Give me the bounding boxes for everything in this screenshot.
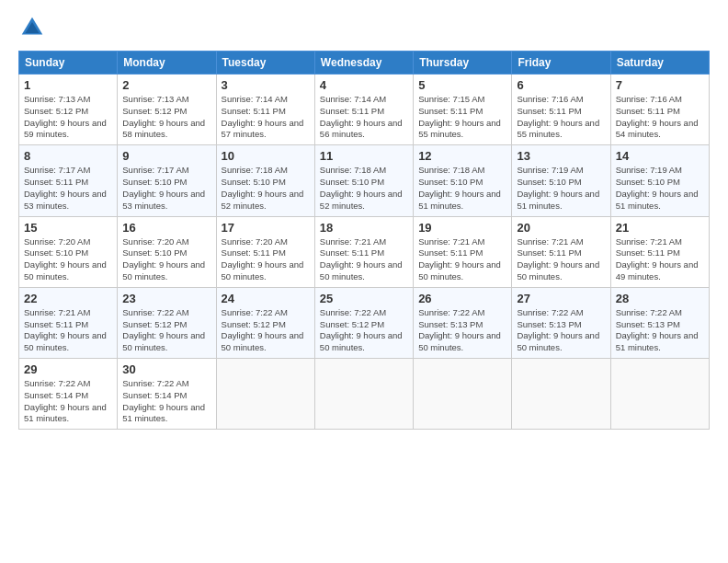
day-info: Sunrise: 7:18 AMSunset: 5:10 PMDaylight:…: [320, 165, 408, 212]
calendar-day-cell: 30Sunrise: 7:22 AMSunset: 5:14 PMDayligh…: [118, 359, 216, 430]
calendar-day-cell: 11Sunrise: 7:18 AMSunset: 5:10 PMDayligh…: [314, 145, 413, 216]
day-info: Sunrise: 7:20 AMSunset: 5:11 PMDaylight:…: [222, 236, 310, 283]
calendar-week-row: 8Sunrise: 7:17 AMSunset: 5:11 PMDaylight…: [19, 145, 710, 216]
calendar-day-cell: 20Sunrise: 7:21 AMSunset: 5:11 PMDayligh…: [512, 216, 610, 287]
page: SundayMondayTuesdayWednesdayThursdayFrid…: [0, 0, 728, 563]
day-number: 20: [517, 221, 605, 235]
calendar-week-row: 15Sunrise: 7:20 AMSunset: 5:10 PMDayligh…: [19, 216, 710, 287]
header: [18, 14, 710, 41]
calendar-day-cell: [414, 359, 512, 430]
calendar-day-cell: 25Sunrise: 7:22 AMSunset: 5:12 PMDayligh…: [314, 287, 413, 358]
calendar-day-cell: 18Sunrise: 7:21 AMSunset: 5:11 PMDayligh…: [314, 216, 413, 287]
day-number: 28: [616, 292, 704, 305]
day-number: 13: [517, 149, 605, 163]
logo: [18, 14, 50, 41]
day-info: Sunrise: 7:18 AMSunset: 5:10 PMDaylight:…: [418, 165, 506, 212]
day-number: 9: [122, 149, 210, 163]
day-info: Sunrise: 7:20 AMSunset: 5:10 PMDaylight:…: [24, 236, 112, 283]
calendar-day-cell: 26Sunrise: 7:22 AMSunset: 5:13 PMDayligh…: [414, 287, 512, 358]
day-info: Sunrise: 7:13 AMSunset: 5:12 PMDaylight:…: [122, 94, 210, 141]
day-number: 11: [320, 149, 408, 163]
day-info: Sunrise: 7:17 AMSunset: 5:10 PMDaylight:…: [122, 165, 210, 212]
day-number: 26: [418, 292, 506, 305]
day-info: Sunrise: 7:13 AMSunset: 5:12 PMDaylight:…: [24, 94, 112, 141]
calendar-day-cell: 19Sunrise: 7:21 AMSunset: 5:11 PMDayligh…: [414, 216, 512, 287]
day-number: 7: [616, 78, 704, 92]
calendar-day-cell: 9Sunrise: 7:17 AMSunset: 5:10 PMDaylight…: [118, 145, 216, 216]
day-info: Sunrise: 7:21 AMSunset: 5:11 PMDaylight:…: [418, 236, 506, 283]
calendar-week-row: 29Sunrise: 7:22 AMSunset: 5:14 PMDayligh…: [19, 359, 710, 430]
day-number: 2: [122, 78, 210, 92]
calendar-day-cell: 3Sunrise: 7:14 AMSunset: 5:11 PMDaylight…: [216, 75, 314, 145]
calendar-day-cell: [512, 359, 610, 430]
day-number: 5: [418, 78, 506, 92]
calendar-day-cell: 28Sunrise: 7:22 AMSunset: 5:13 PMDayligh…: [610, 287, 709, 358]
day-number: 10: [222, 149, 310, 163]
day-info: Sunrise: 7:18 AMSunset: 5:10 PMDaylight:…: [222, 165, 310, 212]
day-info: Sunrise: 7:22 AMSunset: 5:14 PMDaylight:…: [24, 378, 112, 425]
day-info: Sunrise: 7:22 AMSunset: 5:12 PMDaylight:…: [222, 307, 310, 354]
day-number: 27: [517, 292, 605, 305]
day-info: Sunrise: 7:22 AMSunset: 5:13 PMDaylight:…: [616, 307, 704, 354]
calendar-day-cell: 21Sunrise: 7:21 AMSunset: 5:11 PMDayligh…: [610, 216, 709, 287]
calendar-day-cell: [314, 359, 413, 430]
day-info: Sunrise: 7:22 AMSunset: 5:13 PMDaylight:…: [418, 307, 506, 354]
day-number: 19: [418, 221, 506, 235]
calendar-day-cell: 22Sunrise: 7:21 AMSunset: 5:11 PMDayligh…: [19, 287, 118, 358]
calendar-day-cell: 8Sunrise: 7:17 AMSunset: 5:11 PMDaylight…: [19, 145, 118, 216]
weekday-header: Sunday: [19, 52, 118, 75]
calendar-body: 1Sunrise: 7:13 AMSunset: 5:12 PMDaylight…: [19, 75, 710, 430]
weekday-header: Friday: [512, 52, 610, 75]
calendar-day-cell: 24Sunrise: 7:22 AMSunset: 5:12 PMDayligh…: [216, 287, 314, 358]
calendar-header-row: SundayMondayTuesdayWednesdayThursdayFrid…: [19, 52, 710, 75]
calendar-day-cell: 16Sunrise: 7:20 AMSunset: 5:10 PMDayligh…: [118, 216, 216, 287]
weekday-header: Saturday: [610, 52, 709, 75]
calendar-day-cell: 12Sunrise: 7:18 AMSunset: 5:10 PMDayligh…: [414, 145, 512, 216]
calendar-week-row: 1Sunrise: 7:13 AMSunset: 5:12 PMDaylight…: [19, 75, 710, 145]
day-number: 3: [222, 78, 310, 92]
day-number: 4: [320, 78, 408, 92]
calendar-day-cell: 27Sunrise: 7:22 AMSunset: 5:13 PMDayligh…: [512, 287, 610, 358]
logo-icon: [18, 14, 46, 41]
day-info: Sunrise: 7:21 AMSunset: 5:11 PMDaylight:…: [517, 236, 605, 283]
day-info: Sunrise: 7:16 AMSunset: 5:11 PMDaylight:…: [616, 94, 704, 141]
day-info: Sunrise: 7:16 AMSunset: 5:11 PMDaylight:…: [517, 94, 605, 141]
weekday-header: Monday: [118, 52, 216, 75]
day-number: 30: [122, 362, 210, 376]
calendar-day-cell: 2Sunrise: 7:13 AMSunset: 5:12 PMDaylight…: [118, 75, 216, 145]
day-number: 12: [418, 149, 506, 163]
day-info: Sunrise: 7:15 AMSunset: 5:11 PMDaylight:…: [418, 94, 506, 141]
day-number: 14: [616, 149, 704, 163]
day-info: Sunrise: 7:21 AMSunset: 5:11 PMDaylight:…: [320, 236, 408, 283]
day-info: Sunrise: 7:21 AMSunset: 5:11 PMDaylight:…: [616, 236, 704, 283]
day-info: Sunrise: 7:22 AMSunset: 5:13 PMDaylight:…: [517, 307, 605, 354]
calendar-week-row: 22Sunrise: 7:21 AMSunset: 5:11 PMDayligh…: [19, 287, 710, 358]
day-number: 23: [122, 292, 210, 305]
day-info: Sunrise: 7:19 AMSunset: 5:10 PMDaylight:…: [616, 165, 704, 212]
day-number: 25: [320, 292, 408, 305]
day-number: 17: [222, 221, 310, 235]
day-info: Sunrise: 7:22 AMSunset: 5:12 PMDaylight:…: [320, 307, 408, 354]
day-info: Sunrise: 7:21 AMSunset: 5:11 PMDaylight:…: [24, 307, 112, 354]
day-number: 18: [320, 221, 408, 235]
day-number: 8: [24, 149, 112, 163]
calendar-day-cell: 13Sunrise: 7:19 AMSunset: 5:10 PMDayligh…: [512, 145, 610, 216]
calendar-day-cell: 23Sunrise: 7:22 AMSunset: 5:12 PMDayligh…: [118, 287, 216, 358]
weekday-header: Tuesday: [216, 52, 314, 75]
calendar-day-cell: 6Sunrise: 7:16 AMSunset: 5:11 PMDaylight…: [512, 75, 610, 145]
calendar-day-cell: 29Sunrise: 7:22 AMSunset: 5:14 PMDayligh…: [19, 359, 118, 430]
calendar-day-cell: 7Sunrise: 7:16 AMSunset: 5:11 PMDaylight…: [610, 75, 709, 145]
day-number: 22: [24, 292, 112, 305]
calendar-day-cell: 5Sunrise: 7:15 AMSunset: 5:11 PMDaylight…: [414, 75, 512, 145]
day-info: Sunrise: 7:14 AMSunset: 5:11 PMDaylight:…: [222, 94, 310, 141]
day-number: 15: [24, 221, 112, 235]
day-info: Sunrise: 7:17 AMSunset: 5:11 PMDaylight:…: [24, 165, 112, 212]
day-info: Sunrise: 7:22 AMSunset: 5:12 PMDaylight:…: [122, 307, 210, 354]
calendar-day-cell: 17Sunrise: 7:20 AMSunset: 5:11 PMDayligh…: [216, 216, 314, 287]
calendar-table: SundayMondayTuesdayWednesdayThursdayFrid…: [18, 51, 710, 430]
weekday-header: Thursday: [414, 52, 512, 75]
day-number: 21: [616, 221, 704, 235]
day-number: 16: [122, 221, 210, 235]
day-number: 1: [24, 78, 112, 92]
day-info: Sunrise: 7:22 AMSunset: 5:14 PMDaylight:…: [122, 378, 210, 425]
